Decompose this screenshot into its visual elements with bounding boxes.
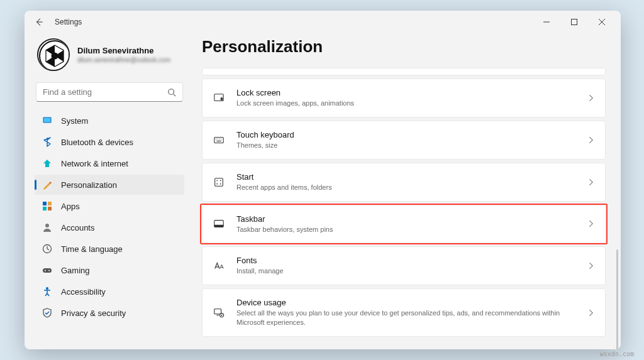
card-subtitle: Install, manage	[236, 266, 576, 276]
chevron-right-icon	[587, 94, 595, 102]
svg-point-20	[46, 287, 48, 290]
card-fonts[interactable]: FontsInstall, manage	[202, 246, 606, 285]
nav-item-label: Accounts	[61, 223, 94, 232]
svg-point-34	[220, 183, 221, 184]
svg-rect-17	[43, 268, 52, 273]
lockscreen-icon	[213, 92, 225, 104]
card-taskbar[interactable]: TaskbarTaskbar behaviors, system pins	[202, 205, 606, 244]
card-title: Taskbar	[236, 214, 576, 224]
svg-point-8	[169, 89, 174, 94]
search-box[interactable]	[36, 82, 183, 102]
card-title: Lock screen	[236, 88, 576, 97]
bluetooth-icon	[42, 137, 52, 147]
nav-item-bluetooth-devices[interactable]: Bluetooth & devices	[35, 132, 184, 152]
main-panel: Personalization Lock screenLock screen i…	[191, 33, 621, 349]
nav-item-gaming[interactable]: Gaming	[35, 260, 184, 280]
svg-rect-36	[214, 225, 223, 227]
accounts-icon	[42, 222, 52, 232]
svg-point-31	[216, 180, 218, 181]
scrollbar-thumb[interactable]	[616, 249, 618, 349]
nav-item-personalization[interactable]: Personalization	[35, 175, 184, 195]
minimize-button[interactable]	[533, 13, 560, 31]
nav-item-system[interactable]: System	[35, 111, 184, 131]
card-partial-above[interactable]	[202, 68, 606, 75]
nav-item-label: Privacy & security	[61, 308, 126, 318]
svg-point-33	[216, 183, 218, 184]
nav-item-label: Bluetooth & devices	[61, 138, 133, 147]
svg-point-28	[221, 138, 221, 139]
network-icon	[42, 158, 52, 168]
profile-name: Dilum Senevirathne	[77, 46, 170, 55]
nav-item-label: Personalization	[61, 180, 117, 190]
app-title: Settings	[55, 18, 82, 26]
nav-item-network-internet[interactable]: Network & internet	[35, 153, 184, 173]
svg-rect-0	[572, 19, 577, 25]
settings-window: Settings	[25, 11, 621, 349]
card-subtitle: Taskbar behaviors, system pins	[236, 225, 576, 234]
svg-point-27	[219, 138, 219, 139]
profile-block[interactable]: Dilum Senevirathne dilum.senevirathne@ou…	[35, 33, 184, 80]
time-icon	[42, 244, 52, 254]
avatar	[37, 38, 70, 71]
privacy-icon	[42, 308, 52, 318]
card-subtitle: Lock screen images, apps, animations	[236, 99, 576, 108]
nav-item-apps[interactable]: Apps	[35, 196, 184, 216]
maximize-button[interactable]	[560, 13, 588, 31]
nav-item-label: Time & language	[61, 244, 123, 254]
chevron-right-icon	[587, 220, 595, 227]
back-button[interactable]	[30, 13, 48, 31]
nav-item-label: Apps	[61, 202, 80, 211]
window-controls	[533, 13, 616, 31]
svg-point-7	[52, 53, 58, 60]
nav-item-accounts[interactable]: Accounts	[35, 217, 184, 237]
page-title: Personalization	[202, 33, 606, 68]
deviceusage-icon	[213, 307, 225, 319]
card-title: Fonts	[236, 256, 576, 265]
svg-point-15	[45, 224, 49, 227]
svg-rect-29	[216, 141, 221, 141]
svg-rect-30	[215, 178, 223, 186]
svg-rect-13	[43, 207, 47, 210]
watermark: wsxdn.com	[600, 351, 634, 357]
svg-rect-12	[48, 202, 52, 205]
chevron-right-icon	[587, 136, 595, 144]
nav-item-label: Network & internet	[61, 159, 128, 168]
chevron-right-icon	[587, 309, 595, 317]
svg-rect-10	[44, 118, 51, 123]
svg-point-26	[218, 138, 218, 139]
gaming-icon	[42, 265, 52, 275]
sidebar: Dilum Senevirathne dilum.senevirathne@ou…	[25, 33, 191, 349]
svg-rect-24	[214, 137, 223, 143]
titlebar: Settings	[25, 11, 621, 33]
search-icon	[167, 88, 176, 97]
close-button[interactable]	[588, 13, 616, 31]
nav-item-label: System	[61, 116, 88, 126]
system-icon	[42, 116, 52, 126]
apps-icon	[42, 201, 52, 211]
svg-point-32	[220, 180, 221, 181]
card-title: Touch keyboard	[236, 130, 576, 139]
card-touch-keyboard[interactable]: Touch keyboardThemes, size	[202, 121, 606, 160]
svg-rect-14	[48, 207, 52, 210]
chevron-right-icon	[587, 262, 595, 270]
card-lock-screen[interactable]: Lock screenLock screen images, apps, ani…	[202, 79, 606, 117]
svg-point-25	[216, 138, 216, 139]
personalization-icon	[42, 180, 52, 190]
nav-item-privacy-security[interactable]: Privacy & security	[35, 303, 184, 323]
svg-rect-23	[221, 97, 223, 99]
svg-rect-11	[43, 202, 47, 205]
nav-item-label: Accessibility	[61, 287, 106, 297]
card-start[interactable]: StartRecent apps and items, folders	[202, 163, 606, 202]
nav-list: SystemBluetooth & devicesNetwork & inter…	[35, 111, 184, 323]
svg-rect-37	[214, 308, 221, 314]
nav-item-time-language[interactable]: Time & language	[35, 239, 184, 259]
card-subtitle: Themes, size	[236, 141, 576, 150]
nav-item-label: Gaming	[61, 266, 90, 275]
accessibility-icon	[42, 286, 52, 297]
nav-item-accessibility[interactable]: Accessibility	[35, 281, 184, 302]
search-input[interactable]	[43, 87, 167, 97]
card-subtitle: Recent apps and items, folders	[236, 183, 576, 192]
card-device-usage[interactable]: Device usageSelect all the ways you plan…	[202, 288, 606, 337]
fonts-icon	[213, 259, 225, 272]
svg-point-19	[48, 270, 50, 271]
